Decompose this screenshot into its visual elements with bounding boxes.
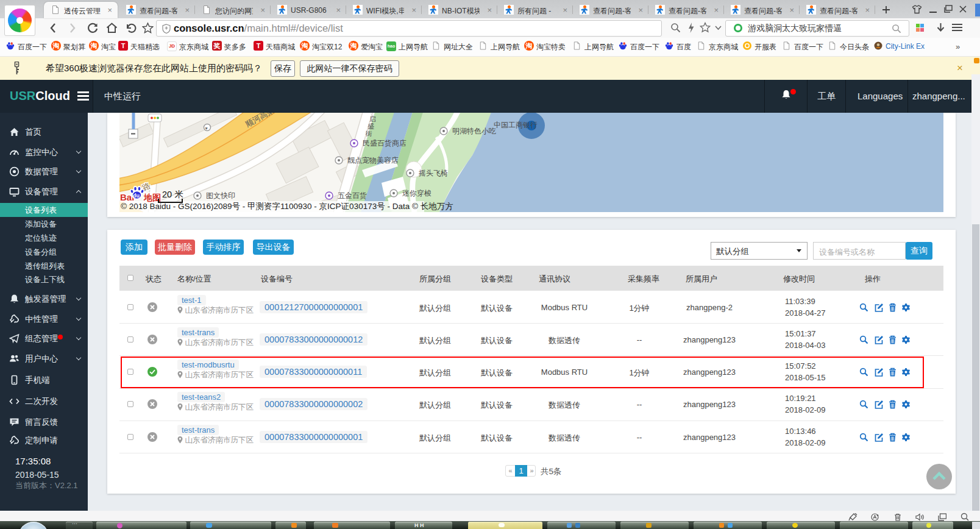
svg-text:五金百货: 五金百货 <box>338 191 367 200</box>
svg-text:© 2018 Baidu - GS(2016)2089号 -: © 2018 Baidu - GS(2016)2089号 - 甲测资字11009… <box>121 202 453 211</box>
svg-text:街: 街 <box>365 130 372 137</box>
svg-text:摇头飞椅: 摇头飞椅 <box>418 169 448 177</box>
svg-text:民盛百货商店: 民盛百货商店 <box>363 139 407 147</box>
svg-text:明湖特色小吃: 明湖特色小吃 <box>452 127 496 135</box>
svg-text:盛: 盛 <box>367 122 374 130</box>
svg-text:迷你穿梭: 迷你穿梭 <box>402 189 431 197</box>
svg-text:20 米: 20 米 <box>162 190 183 199</box>
svg-text:启: 启 <box>369 115 376 122</box>
svg-text:中国工商银行: 中国工商银行 <box>494 121 538 129</box>
svg-text:du: du <box>133 193 140 199</box>
svg-text:靓点宠物美容店: 靓点宠物美容店 <box>347 156 399 165</box>
svg-text:图文快印: 图文快印 <box>206 191 235 200</box>
svg-text:♥: ♥ <box>205 126 208 130</box>
